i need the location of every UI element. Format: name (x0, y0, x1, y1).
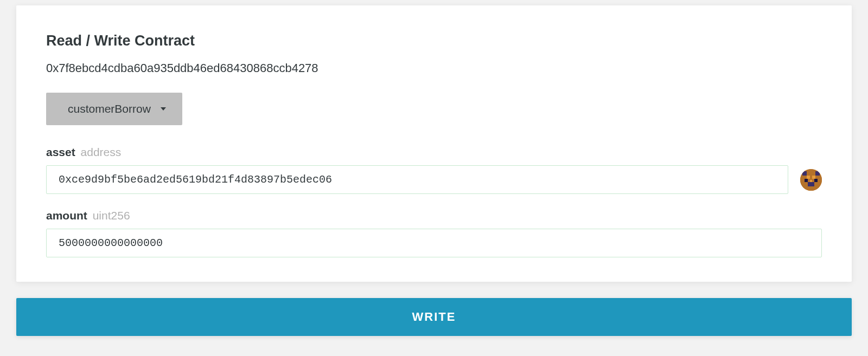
chevron-down-icon (161, 107, 166, 111)
address-identicon (800, 169, 822, 191)
contract-panel: Read / Write Contract 0x7f8ebcd4cdba60a9… (16, 5, 852, 282)
function-dropdown[interactable]: customerBorrow (46, 93, 182, 125)
field-amount-label: amount uint256 (46, 209, 822, 222)
field-asset-label: asset address (46, 146, 822, 159)
svg-rect-2 (815, 171, 820, 176)
svg-rect-1 (802, 171, 807, 176)
svg-rect-7 (808, 182, 814, 186)
field-asset-type: address (81, 146, 122, 158)
field-asset-input-row (46, 165, 822, 194)
contract-address: 0x7f8ebcd4cdba60a935ddb46ed68430868ccb42… (46, 61, 822, 75)
amount-input[interactable] (46, 229, 822, 257)
write-button[interactable]: WRITE (16, 298, 852, 336)
field-amount: amount uint256 (46, 209, 822, 257)
svg-rect-6 (814, 179, 818, 182)
asset-input[interactable] (46, 165, 788, 194)
field-asset-name: asset (46, 146, 75, 158)
field-amount-type: uint256 (93, 209, 130, 222)
field-amount-name: amount (46, 209, 87, 222)
svg-rect-8 (810, 180, 812, 182)
svg-rect-4 (812, 176, 815, 179)
svg-rect-5 (805, 179, 808, 182)
panel-heading: Read / Write Contract (46, 33, 822, 49)
svg-rect-3 (807, 176, 810, 179)
function-dropdown-label: customerBorrow (68, 102, 151, 115)
field-asset: asset address (46, 146, 822, 194)
